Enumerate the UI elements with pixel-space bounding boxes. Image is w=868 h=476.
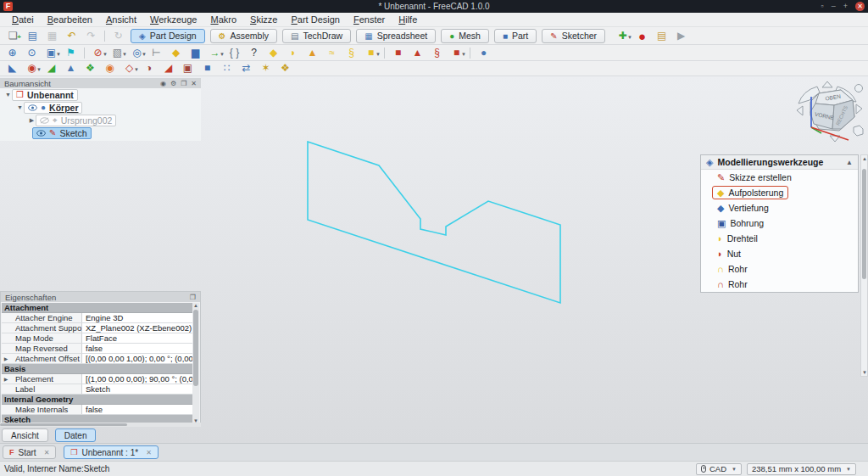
draw-style-icon[interactable]: ▧▼: [108, 46, 127, 60]
boolean-sphere-icon[interactable]: ◑: [139, 61, 159, 76]
tool-item-rohr-6[interactable]: ∩Rohr: [701, 261, 858, 277]
linear-pattern-icon[interactable]: ∷: [217, 61, 236, 76]
maximize-icon[interactable]: +: [843, 0, 848, 13]
properties-scrollbar[interactable]: ▲ ▼: [192, 303, 199, 423]
properties-hscrollbar[interactable]: [0, 423, 201, 427]
property-section-attachment[interactable]: Attachment: [2, 303, 192, 313]
scroll-down-icon[interactable]: ▼: [861, 370, 868, 375]
property-row-attacher-engine[interactable]: Attacher EngineEngine 3D: [2, 313, 192, 323]
expander-icon[interactable]: ▼: [4, 92, 12, 98]
navigation-cube[interactable]: OBEN VORNE RECHTS: [787, 78, 867, 156]
expander-icon[interactable]: ▼: [16, 104, 24, 110]
multitransform-icon[interactable]: ❖: [275, 61, 295, 76]
tool-inner[interactable]: ✎Skizze erstellen: [712, 171, 797, 184]
tree-panel-header[interactable]: Baumansicht ◉ ⚙ ❐ ✕: [0, 78, 201, 88]
properties-panel-header[interactable]: Eigenschaften ❐: [1, 292, 200, 302]
tree-close-icon[interactable]: ✕: [191, 80, 197, 87]
property-row-make-internals[interactable]: Make Internalsfalse: [2, 405, 192, 415]
title-bar[interactable]: F * Unbenannt - FreeCAD 1.0.0 ▫ – + ✕: [0, 0, 868, 13]
properties-float-icon[interactable]: ❐: [190, 294, 196, 301]
property-value[interactable]: [(1,00 0,00 0,00); 90,00 °; (0,00 mm 0,0…: [82, 374, 192, 384]
undo-icon[interactable]: ↶: [62, 29, 81, 43]
property-section-basis[interactable]: Basis: [2, 364, 192, 374]
tool-item-nut[interactable]: ◗Nut: [701, 246, 858, 261]
property-row-placement[interactable]: ▶Placement[(1,00 0,00 0,00); 90,00 °; (0…: [2, 374, 192, 384]
property-value[interactable]: false: [82, 405, 192, 414]
additive-loft-icon[interactable]: ▲: [303, 46, 322, 60]
3d-viewport[interactable]: OBEN VORNE RECHTS Baumansicht ◉ ⚙ ❐ ✕: [0, 76, 868, 443]
tool-inner[interactable]: ◗Drehteil: [712, 232, 763, 245]
scrollbar-thumb[interactable]: [0, 423, 127, 426]
tool-item-aufpolsterung[interactable]: ◆Aufpolsterung: [701, 185, 858, 200]
chamfer-icon[interactable]: ◣: [3, 61, 22, 76]
tool-item-vertiefung[interactable]: ◆Vertiefung: [701, 200, 858, 216]
highlighted-tool[interactable]: ◆Aufpolsterung: [712, 186, 788, 199]
collapse-icon[interactable]: ▲: [846, 159, 853, 166]
feature-orange-icon[interactable]: ◉: [100, 61, 120, 76]
workbench-button-part-design[interactable]: ◈Part Design: [131, 29, 205, 43]
tree-settings-icon[interactable]: ⚙: [170, 80, 176, 87]
fillet-icon[interactable]: ◉▼: [22, 61, 42, 76]
tool-item-rohr-7[interactable]: ∩Rohr: [701, 277, 858, 292]
property-value[interactable]: [(0,00 0,00 1,00); 0,00 °; (0,00 mm 0,00…: [82, 354, 192, 363]
tree-row-body[interactable]: ▼ ● Körper: [0, 101, 201, 114]
nav-style-select[interactable]: CAD ▼: [696, 463, 742, 475]
thickness-icon[interactable]: ▲: [61, 61, 81, 76]
workbench-button-techdraw[interactable]: ▤TechDraw: [282, 29, 351, 43]
menu-hilfe[interactable]: Hilfe: [392, 14, 424, 25]
whatsthis-icon[interactable]: ?: [244, 46, 264, 60]
subtractive-cube-icon[interactable]: ■: [388, 46, 408, 60]
dropdown-arrow-icon[interactable]: ▼: [461, 48, 466, 62]
tree-sync-icon[interactable]: ◉: [160, 80, 166, 87]
menu-datei[interactable]: Datei: [5, 14, 41, 25]
property-row-map-reversed[interactable]: Map Reversedfalse: [2, 344, 192, 354]
property-value[interactable]: XZ_Plane002 (XZ-Ebene002): [82, 323, 192, 333]
property-row-label[interactable]: LabelSketch: [2, 384, 192, 395]
right-dock-scrollbar[interactable]: ▲ ▼: [860, 154, 868, 377]
scrollbar-thumb[interactable]: [193, 310, 198, 386]
workbench-button-mesh[interactable]: ●Mesh: [441, 29, 489, 43]
workbench-button-part[interactable]: ■Part: [494, 29, 537, 43]
menu-bearbeiten[interactable]: Bearbeiten: [41, 14, 99, 25]
visibility-eye-icon[interactable]: [28, 104, 37, 111]
draft-icon[interactable]: ◢: [42, 61, 61, 76]
scroll-up-icon[interactable]: ▲: [861, 156, 868, 161]
wedge-icon[interactable]: ◢: [159, 61, 178, 76]
property-row-map-mode[interactable]: Map ModeFlatFace: [2, 333, 192, 344]
boolean-icon[interactable]: ●: [474, 46, 493, 60]
pin-icon[interactable]: ▫: [821, 0, 824, 13]
tool-item-drehteil[interactable]: ◗Drehteil: [701, 231, 858, 246]
feature-green-icon[interactable]: ❖: [81, 61, 100, 76]
fit-selection-icon[interactable]: ⚑: [61, 46, 81, 60]
macro-record-icon[interactable]: ●: [632, 29, 652, 43]
subtractive-primitive-icon[interactable]: ■▼: [447, 46, 466, 60]
tree-row-origin[interactable]: ▶ ⌖ Ursprung002: [0, 114, 201, 126]
refresh-icon[interactable]: ↻: [108, 29, 128, 43]
property-value[interactable]: false: [82, 344, 192, 353]
tab-close-icon[interactable]: ✕: [44, 449, 50, 456]
property-value[interactable]: Sketch: [82, 384, 192, 394]
measure-icon[interactable]: ⊢: [147, 46, 166, 60]
tools-panel-header[interactable]: ◈ Modellierungswerkzeuge ▲: [701, 155, 858, 170]
create-body-icon[interactable]: ▆: [186, 46, 205, 60]
property-row-attachment-offset[interactable]: ▶Attachment Offset[(0,00 0,00 1,00); 0,0…: [2, 354, 192, 364]
visibility-eye-off-icon[interactable]: [40, 117, 49, 124]
subtractive-helix-icon[interactable]: §: [427, 46, 447, 60]
scrollbar-thumb[interactable]: [862, 169, 866, 279]
scroll-up-icon[interactable]: ▲: [192, 303, 199, 308]
tool-inner[interactable]: ∩Rohr: [712, 277, 753, 291]
property-value[interactable]: Engine 3D: [82, 313, 192, 322]
workbench-button-sketcher[interactable]: ✎Sketcher: [542, 29, 605, 43]
expression-icon[interactable]: { }: [225, 46, 244, 60]
additive-primitive-icon[interactable]: ■▼: [361, 46, 381, 60]
property-value[interactable]: FlatFace: [82, 333, 192, 343]
tab-close-icon[interactable]: ✕: [146, 449, 152, 456]
zoom-in-icon[interactable]: ⊕: [3, 46, 22, 60]
additive-sweep-icon[interactable]: ≈: [322, 46, 342, 60]
primitive-cube-icon[interactable]: ■: [198, 61, 217, 76]
tab-start[interactable]: F Start ✕: [3, 445, 56, 459]
new-document-icon[interactable]: ❏+: [3, 29, 23, 43]
view-sync-icon[interactable]: ◎▼: [127, 46, 147, 60]
dropdown-arrow-icon[interactable]: ▼: [376, 48, 381, 62]
subtractive-loft-icon[interactable]: ▲: [408, 46, 427, 60]
